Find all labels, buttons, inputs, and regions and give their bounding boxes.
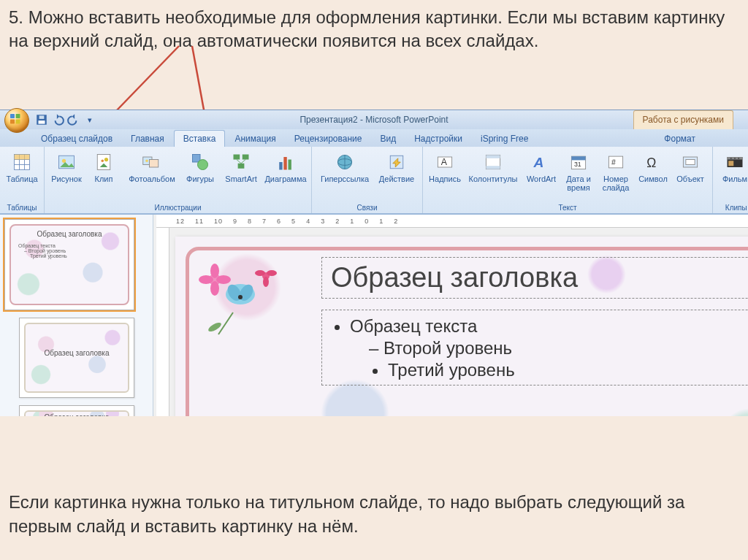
wordart-icon: A bbox=[530, 150, 553, 174]
thumb-title: Образец заголовка bbox=[34, 349, 119, 357]
headerfooter-button[interactable]: Колонтитулы bbox=[465, 149, 522, 193]
svg-point-54 bbox=[734, 158, 736, 159]
photoalbum-icon bbox=[140, 150, 164, 174]
svg-rect-56 bbox=[728, 161, 733, 166]
datetime-button[interactable]: 31Дата и время bbox=[561, 149, 596, 193]
svg-rect-44 bbox=[571, 156, 585, 160]
tab-addins[interactable]: Надстройки bbox=[405, 131, 471, 147]
object-button[interactable]: Объект bbox=[673, 149, 708, 193]
tab-home[interactable]: Главная bbox=[122, 131, 173, 147]
hyperlink-icon bbox=[333, 150, 356, 174]
tab-animation[interactable]: Анимация bbox=[226, 131, 284, 147]
clip-button[interactable]: Клип bbox=[86, 149, 121, 185]
smartart-button[interactable]: SmartArt bbox=[220, 149, 262, 185]
svg-text:#: # bbox=[611, 158, 616, 166]
table-button[interactable]: Таблица bbox=[4, 149, 39, 185]
svg-rect-32 bbox=[289, 160, 291, 170]
svg-point-65 bbox=[238, 295, 243, 299]
powerpoint-window: ▾ Презентация2 - Microsoft PowerPoint Ра… bbox=[0, 110, 748, 416]
svg-point-60 bbox=[210, 264, 219, 278]
photoalbum-button[interactable]: Фотоальбом bbox=[123, 149, 180, 185]
svg-rect-40 bbox=[486, 155, 500, 158]
table-icon bbox=[10, 150, 34, 174]
save-icon[interactable] bbox=[35, 113, 48, 126]
wordart-button[interactable]: AWordArt bbox=[524, 149, 559, 193]
shapes-button[interactable]: Фигуры bbox=[183, 149, 218, 185]
object-icon bbox=[679, 150, 702, 174]
qat-dropdown-icon[interactable]: ▾ bbox=[83, 113, 96, 126]
vertical-ruler bbox=[156, 228, 169, 416]
instruction-bottom-text: Если картинка нужна только на титульном … bbox=[9, 491, 739, 538]
group-label-links: Связи bbox=[316, 202, 418, 213]
group-label-text: Текст bbox=[427, 202, 708, 213]
symbol-icon: Ω bbox=[641, 150, 665, 174]
svg-point-67 bbox=[255, 270, 265, 276]
title-placeholder[interactable]: Образец заголовка bbox=[321, 257, 748, 299]
textbox-button[interactable]: AНадпись bbox=[427, 149, 462, 193]
symbol-button[interactable]: ΩСимвол bbox=[636, 149, 671, 193]
tab-slide-master[interactable]: Образец слайдов bbox=[32, 131, 121, 147]
body-level1: Образец текста bbox=[350, 316, 748, 337]
svg-point-69 bbox=[263, 277, 269, 287]
ribbon-tabs: Образец слайдов Главная Вставка Анимация… bbox=[0, 129, 748, 147]
svg-rect-21 bbox=[150, 160, 159, 168]
tab-review[interactable]: Рецензирование bbox=[286, 131, 371, 147]
svg-rect-31 bbox=[283, 157, 286, 170]
body-level2: Второй уровень bbox=[369, 338, 748, 358]
svg-rect-25 bbox=[234, 155, 240, 160]
svg-line-28 bbox=[237, 160, 241, 164]
horizontal-ruler: 121110987654321012 bbox=[156, 215, 748, 228]
tab-format[interactable]: Формат bbox=[655, 131, 704, 147]
svg-point-58 bbox=[199, 275, 213, 284]
slidenum-button[interactable]: #Номер слайда bbox=[598, 149, 633, 193]
hyperlink-button[interactable]: Гиперссылка bbox=[316, 149, 373, 185]
smartart-icon bbox=[229, 150, 253, 174]
movie-button[interactable]: Фильм bbox=[717, 149, 748, 185]
movie-icon bbox=[723, 150, 747, 174]
svg-text:Ω: Ω bbox=[646, 156, 656, 170]
slide-thumbnails-panel: Образец заголовка Образец текста – Второ… bbox=[0, 215, 153, 416]
svg-line-29 bbox=[241, 160, 245, 164]
ribbon: Таблица Таблицы Рисунок Клип Фотоальбом … bbox=[0, 147, 748, 214]
thumbnail-master[interactable]: Образец заголовка Образец текста – Второ… bbox=[4, 219, 134, 310]
svg-marker-8 bbox=[72, 114, 75, 119]
chart-button[interactable]: Диаграмма bbox=[264, 149, 307, 185]
svg-point-68 bbox=[267, 270, 277, 276]
undo-icon[interactable] bbox=[51, 113, 64, 126]
group-label-illustrations: Иллюстрации bbox=[49, 202, 307, 213]
picture-icon bbox=[55, 150, 78, 174]
office-button[interactable] bbox=[4, 108, 29, 133]
svg-point-59 bbox=[216, 275, 231, 284]
svg-marker-7 bbox=[57, 114, 59, 119]
svg-rect-41 bbox=[486, 166, 500, 169]
workspace: Образец заголовка Образец текста – Второ… bbox=[0, 214, 748, 416]
flower-clipart[interactable] bbox=[193, 254, 302, 342]
svg-rect-5 bbox=[39, 120, 45, 124]
action-button[interactable]: Действие bbox=[375, 149, 418, 185]
redo-icon[interactable] bbox=[67, 113, 80, 126]
textbox-icon: A bbox=[433, 150, 457, 174]
group-label-media: Клипы мультиме bbox=[717, 202, 748, 213]
action-icon bbox=[385, 150, 408, 174]
group-links: Гиперссылка Действие Связи bbox=[312, 147, 423, 213]
svg-text:31: 31 bbox=[574, 161, 581, 168]
svg-point-22 bbox=[145, 160, 148, 163]
thumbnail-layout-2[interactable]: Образец заголовка bbox=[19, 405, 134, 416]
slidenum-icon: # bbox=[604, 150, 627, 174]
picture-button[interactable]: Рисунок bbox=[49, 149, 84, 185]
thumbnail-layout-1[interactable]: Образец заголовка bbox=[19, 318, 134, 398]
body-placeholder[interactable]: Образец текста Второй уровень Третий уро… bbox=[321, 310, 748, 386]
group-label-tables: Таблицы bbox=[4, 202, 39, 213]
master-slide-canvas[interactable]: Образец заголовка Образец текста Второй … bbox=[175, 237, 748, 416]
slide-editor: 121110987654321012 Образец заголовка bbox=[153, 215, 748, 416]
tab-ispring[interactable]: iSpring Free bbox=[472, 131, 537, 147]
tab-insert[interactable]: Вставка bbox=[174, 130, 226, 147]
svg-rect-6 bbox=[39, 115, 45, 119]
contextual-tab-group: Работа с рисунками bbox=[633, 110, 733, 129]
shapes-icon bbox=[188, 150, 212, 174]
svg-point-53 bbox=[730, 158, 732, 159]
svg-point-24 bbox=[198, 160, 208, 170]
tab-view[interactable]: Вид bbox=[371, 131, 405, 147]
svg-rect-14 bbox=[15, 155, 30, 160]
chart-icon bbox=[274, 150, 297, 174]
